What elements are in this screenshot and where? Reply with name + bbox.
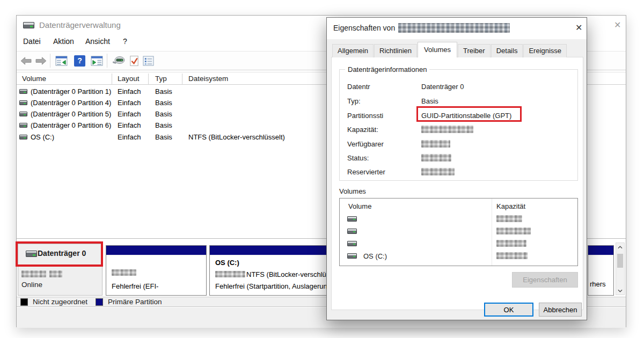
field-label: Datentr — [347, 83, 370, 91]
column-volume[interactable]: Volume — [348, 202, 371, 210]
tab-details[interactable]: Details — [491, 44, 523, 57]
disk-management-app-icon — [23, 22, 34, 28]
field-label: Kapazität: — [347, 126, 378, 134]
censored-device-name — [398, 23, 510, 33]
disk-search-icon[interactable] — [112, 54, 126, 67]
partition-status: Fehlerfrei (EFI- — [112, 282, 158, 290]
partition-filesystem: NTFS (BitLocker-verschlüsselt) — [246, 270, 333, 278]
back-arrow-icon[interactable] — [19, 54, 33, 67]
close-icon[interactable]: ✕ — [614, 21, 621, 30]
help-icon[interactable]: ? — [72, 54, 86, 67]
cell-volume: (Datenträger 0 Partition 4) — [31, 99, 111, 107]
cell-typ: Basis — [155, 121, 172, 129]
properties-button[interactable]: Eigenschaften — [512, 272, 578, 288]
cell-typ: Basis — [155, 99, 172, 107]
properties-list-icon[interactable] — [141, 54, 155, 67]
primary-partition-color-swatch — [96, 298, 103, 306]
column-typ[interactable]: Typ — [155, 75, 167, 83]
menu-ansicht[interactable]: Ansicht — [85, 37, 110, 46]
cell-layout: Einfach — [118, 121, 141, 129]
cell-layout: Einfach — [118, 110, 141, 118]
field-value-gpt: GUID-Partitionstabelle (GPT) — [421, 112, 511, 120]
censored-capacity — [496, 227, 531, 234]
column-layout[interactable]: Layout — [118, 75, 140, 83]
legend-label: Primäre Partition — [108, 298, 162, 306]
volume-name: OS (C:) — [363, 252, 387, 260]
drive-icon — [19, 123, 27, 128]
svg-text:?: ? — [77, 56, 82, 65]
field-value: Datenträger 0 — [421, 83, 464, 91]
menu-datei[interactable]: Datei — [23, 37, 41, 46]
close-icon[interactable]: ✕ — [575, 24, 582, 32]
dialog-title-prefix: Eigenschaften von — [333, 24, 395, 32]
console-tree-icon[interactable] — [54, 54, 68, 67]
properties-dialog: Eigenschaften von ✕ Allgemein Richtlinie… — [326, 17, 587, 320]
censored-capacity — [496, 252, 528, 259]
vertical-scrollbar[interactable] — [616, 243, 625, 295]
disk0-tile[interactable]: Datenträger 0 Online — [18, 244, 103, 296]
action-pane-icon[interactable] — [90, 54, 104, 67]
primary-partition-bar — [210, 246, 332, 255]
tab-ereignisse[interactable]: Ereignisse — [523, 44, 567, 57]
cell-volume: (Datenträger 0 Partition 5) — [31, 110, 111, 118]
partition-block-recovery[interactable]: rhers — [588, 245, 614, 296]
tab-richtlinien[interactable]: Richtlinien — [374, 44, 417, 57]
field-label: Status: — [347, 154, 369, 162]
disk-name: Datenträger 0 — [38, 249, 86, 258]
groupbox-title: Datenträgerinformationen — [345, 65, 429, 74]
drive-icon — [347, 229, 357, 234]
censored-disk-size — [49, 270, 62, 277]
ok-button[interactable]: OK — [484, 303, 533, 317]
tab-volumes[interactable]: Volumes — [418, 42, 457, 57]
cell-typ: Basis — [155, 133, 172, 141]
tab-allgemein[interactable]: Allgemein — [332, 44, 374, 57]
scroll-up-icon[interactable] — [616, 243, 624, 251]
scrollbar-thumb[interactable] — [617, 254, 623, 268]
censored-partition-size — [215, 271, 245, 277]
column-kapazitaet[interactable]: Kapazität — [496, 202, 525, 210]
disk-info-groupbox: Datenträgerinformationen Datentr Datentr… — [339, 69, 578, 181]
drive-icon — [19, 135, 27, 139]
cell-volume: (Datenträger 0 Partition 6) — [31, 121, 111, 129]
censored-reserved-value — [421, 168, 455, 175]
censored-status-value — [421, 154, 451, 161]
primary-partition-bar — [106, 246, 206, 255]
censored-free-space-value — [421, 140, 450, 148]
tab-treiber[interactable]: Treiber — [458, 44, 491, 57]
volume-list-item[interactable]: OS (C:) — [340, 252, 577, 263]
drive-icon — [19, 89, 27, 94]
volumes-tab-page: Datenträgerinformationen Datentr Datentr… — [331, 57, 583, 310]
menu-help[interactable]: ? — [123, 37, 127, 46]
drive-icon — [19, 100, 27, 105]
task-check-icon[interactable] — [127, 54, 141, 67]
forward-arrow-icon[interactable] — [34, 54, 48, 67]
disk-status: Online — [21, 281, 42, 289]
censored-capacity — [496, 215, 522, 222]
volume-list-item[interactable] — [340, 215, 577, 226]
field-label: Typ: — [347, 97, 361, 105]
field-label: Reservierter — [347, 168, 385, 176]
drive-icon — [19, 112, 27, 116]
volume-list-item[interactable] — [340, 227, 577, 239]
cell-layout: Einfach — [118, 99, 141, 107]
column-volume[interactable]: Volume — [22, 75, 46, 83]
menu-aktion[interactable]: Aktion — [53, 37, 74, 46]
field-value: Basis — [421, 97, 438, 105]
column-dateisystem[interactable]: Dateisystem — [188, 75, 228, 83]
cell-typ: Basis — [155, 110, 172, 118]
cell-volume: (Datenträger 0 Partition 1) — [31, 87, 111, 95]
scroll-down-icon[interactable] — [616, 286, 624, 295]
window-title: Datenträgerverwaltung — [39, 20, 121, 30]
partition-status-fragment: rhers — [590, 280, 606, 288]
volume-list-item[interactable] — [340, 239, 577, 251]
cell-typ: Basis — [155, 87, 172, 95]
legend-label: Nicht zugeordnet — [33, 298, 87, 306]
drive-icon — [347, 253, 357, 259]
partition-block-os-c[interactable]: OS (C:) NTFS (BitLocker-verschlüsselt) F… — [209, 245, 333, 296]
unallocated-color-swatch — [20, 298, 28, 306]
censored-capacity-value — [421, 126, 473, 133]
drive-icon — [347, 216, 357, 222]
dialog-titlebar[interactable]: Eigenschaften von ✕ — [327, 18, 587, 39]
partition-block-efi[interactable]: Fehlerfrei (EFI- — [106, 245, 207, 296]
cancel-button[interactable]: Abbrechen — [539, 303, 582, 317]
